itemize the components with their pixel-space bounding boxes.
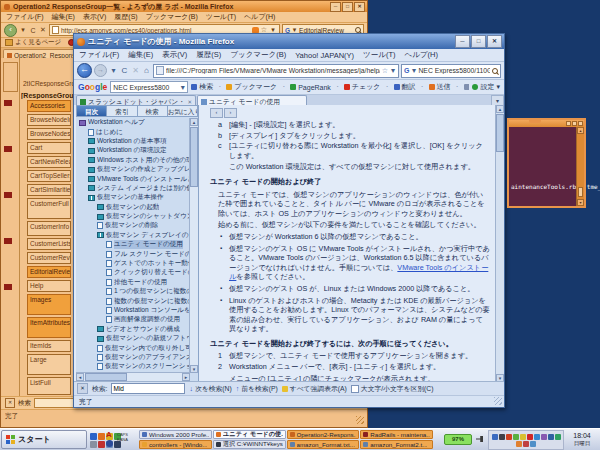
ie-icon[interactable] xyxy=(90,433,97,440)
help-tab-お気に入り[interactable]: お気に入り xyxy=(168,105,198,117)
tree-item[interactable]: 排他モードの使用 xyxy=(77,278,190,287)
google-translate-button[interactable]: 翻訳 xyxy=(394,82,416,92)
minimize-button[interactable]: ─ xyxy=(455,35,470,48)
tree-item[interactable]: 仮想マシンのアプライアンス ビューの構成 xyxy=(77,353,190,362)
menu-item[interactable]: ヘルプ(H) xyxy=(244,12,275,22)
content-vertical-scrollbar[interactable]: ▴ ▾ xyxy=(495,105,504,382)
find-close-icon[interactable]: ✕ xyxy=(77,383,88,394)
tree-item[interactable]: 仮想マシンの作成とアップグレード xyxy=(77,165,190,174)
back-button[interactable]: ← xyxy=(77,63,92,78)
google-spellcheck-button[interactable]: チェック xyxy=(344,82,381,92)
clock[interactable]: 18:04 日曜日 xyxy=(566,431,598,447)
link-marker[interactable] xyxy=(4,238,12,244)
menu-item[interactable]: 履歴(S) xyxy=(196,50,221,60)
menu-item[interactable]: ブックマーク(B) xyxy=(146,12,198,22)
tree-vertical-scrollbar[interactable]: ▴ ▾ xyxy=(189,118,198,373)
responsegroup-item[interactable]: EditorialReview xyxy=(27,266,71,278)
close-button[interactable]: ✕ xyxy=(354,2,365,12)
responsegroup-item[interactable]: CartTopSellers xyxy=(27,170,71,182)
tree-item[interactable]: 1 つの仮想マシンに複数のモニタの使用 xyxy=(77,287,190,296)
address-bar[interactable]: file:///C:/Program Files/VMware/VMware W… xyxy=(153,64,399,78)
responsegroup-item[interactable]: CustomerLists xyxy=(27,238,71,250)
ime-icon[interactable] xyxy=(106,440,113,447)
taskbar-button[interactable]: amazon_Format2.t... xyxy=(360,440,433,449)
stop-icon[interactable]: ✕ xyxy=(131,66,140,75)
tree-item[interactable]: フル スクリーン モードの使用 xyxy=(77,249,190,258)
search-engine-icon[interactable]: G xyxy=(404,67,409,74)
reload-icon[interactable]: C xyxy=(120,66,129,75)
tree-item[interactable]: Windows ホスト用のその他の環境設定 xyxy=(77,156,190,165)
tree-item[interactable]: 仮想マシンのスクリーンショットの作成 xyxy=(77,362,190,371)
taskbar-button[interactable]: Windows 2000 Profe... xyxy=(139,430,212,439)
responsegroup-item[interactable]: Accessories xyxy=(27,100,71,112)
foreground-window-titlebar[interactable]: ユニティ モードの使用 - Mozilla Firefox ─ □ ✕ xyxy=(74,34,504,49)
stop-icon[interactable]: ✕ xyxy=(39,26,47,34)
taskbar-button[interactable]: controllers - [Windo... xyxy=(139,440,212,449)
taskbar-button[interactable]: amazon_Format.txt... xyxy=(287,440,360,449)
google-pagerank-button[interactable]: PageRank xyxy=(290,84,331,91)
responsegroup-item[interactable]: CustomerRevie xyxy=(27,252,71,264)
responsegroup-item[interactable]: CustomerFull xyxy=(27,198,71,219)
menu-item[interactable]: ブックマーク(B) xyxy=(230,50,286,60)
find-close-icon[interactable]: ✕ xyxy=(5,398,15,408)
google-query-dropdown-icon[interactable]: ▾ xyxy=(180,83,185,92)
show-desktop-icon[interactable] xyxy=(90,441,97,448)
tree-item[interactable]: Workstation の環境設定 xyxy=(77,146,190,155)
start-button[interactable]: スタート xyxy=(1,430,87,449)
responsegroup-item[interactable]: Cart xyxy=(27,142,71,154)
menu-item[interactable]: ファイル(F) xyxy=(6,12,44,22)
bookmark-star-icon[interactable]: ☆ xyxy=(382,67,388,75)
close-button[interactable]: ✕ xyxy=(487,35,502,48)
help-tab-索引[interactable]: 索引 xyxy=(107,105,137,117)
link-marker[interactable] xyxy=(4,192,12,198)
home-icon[interactable]: ⌂ xyxy=(142,66,151,75)
tray-icon-2[interactable] xyxy=(499,434,505,440)
foreground-browser-window[interactable]: ユニティ モードの使用 - Mozilla Firefox ─ □ ✕ ファイル… xyxy=(73,33,505,408)
tree-item[interactable]: システム イメージまたは別の仮想マシンからの仮想... xyxy=(77,184,190,193)
google-send-button[interactable]: 送信 xyxy=(429,82,451,92)
maximize-button[interactable]: □ xyxy=(342,2,353,12)
history-dropdown-icon[interactable]: ▾ xyxy=(109,66,118,75)
search-engine-dropdown-icon[interactable]: ▾ xyxy=(411,66,416,75)
back-dropdown-icon[interactable]: ▾ xyxy=(19,26,27,34)
help-tab-検索[interactable]: 検索 xyxy=(138,105,168,117)
menu-item[interactable]: 表示(V) xyxy=(83,12,106,22)
tree-item[interactable]: 仮想マシンの基本操作 xyxy=(77,193,190,202)
help-nav-button[interactable]: › xyxy=(224,108,237,118)
responsegroup-item[interactable]: Large xyxy=(27,354,71,375)
tree-item[interactable]: 仮想マシンのシャットダウン xyxy=(77,212,190,221)
responsegroup-item[interactable]: ItemIds xyxy=(27,340,71,352)
tray-icon-4[interactable] xyxy=(513,434,519,440)
responsegroup-item[interactable]: Images xyxy=(27,294,71,315)
google-mail-button[interactable]: NEC xyxy=(464,84,470,91)
find-input[interactable] xyxy=(111,383,185,394)
tray-icon-7[interactable] xyxy=(534,434,540,440)
menu-item[interactable]: 編集(E) xyxy=(52,12,75,22)
language-bar[interactable]: A CAPSKANA xyxy=(104,430,138,450)
taskbar-button[interactable]: Operation2-Respons... xyxy=(287,430,360,439)
tray-icon-11[interactable] xyxy=(516,441,522,447)
taskbar-button[interactable]: 選択 C:¥WINNT¥keys... xyxy=(213,440,286,449)
responsegroup-item[interactable]: Help xyxy=(27,280,71,292)
tray-icon-13[interactable] xyxy=(530,441,536,447)
tree-item[interactable]: 仮想マシン内での取り外し可能デバイスの使用 xyxy=(77,343,190,352)
taskbar-button[interactable]: ユニティ モードの使... xyxy=(213,430,286,439)
menu-item[interactable]: Yahoo! JAPAN(Y) xyxy=(295,51,354,60)
url-dropdown-icon[interactable]: ▾ xyxy=(390,66,396,75)
responsegroup-item[interactable]: BrowseNodeIn xyxy=(27,114,71,126)
tray-icon-10[interactable] xyxy=(555,434,561,440)
tree-item[interactable]: 仮想マシンの削除 xyxy=(77,221,190,230)
ime-input-mode-icon[interactable]: A xyxy=(106,430,112,439)
menu-item[interactable]: ツール(T) xyxy=(363,50,395,60)
menu-item[interactable]: 表示(V) xyxy=(162,50,187,60)
google-search-input[interactable]: NEC Express5800 ▾ xyxy=(110,81,188,93)
menu-item[interactable]: 履歴(S) xyxy=(114,12,137,22)
back-button[interactable]: ‹ xyxy=(4,24,17,37)
responsegroup-item[interactable]: CartSimilarities xyxy=(27,184,71,196)
find-prev-button[interactable]: ↑ 前を検索(P) xyxy=(236,384,278,394)
taskbar-button[interactable]: RadRails - maintena... xyxy=(360,430,433,439)
reload-icon[interactable]: C xyxy=(29,27,37,34)
tree-item[interactable]: 仮想マシンへの新規ソフトウェアのインストール xyxy=(77,334,190,343)
responsegroup-item[interactable]: ItemAttributes xyxy=(27,317,71,338)
menu-item[interactable]: ツール(T) xyxy=(206,12,236,22)
